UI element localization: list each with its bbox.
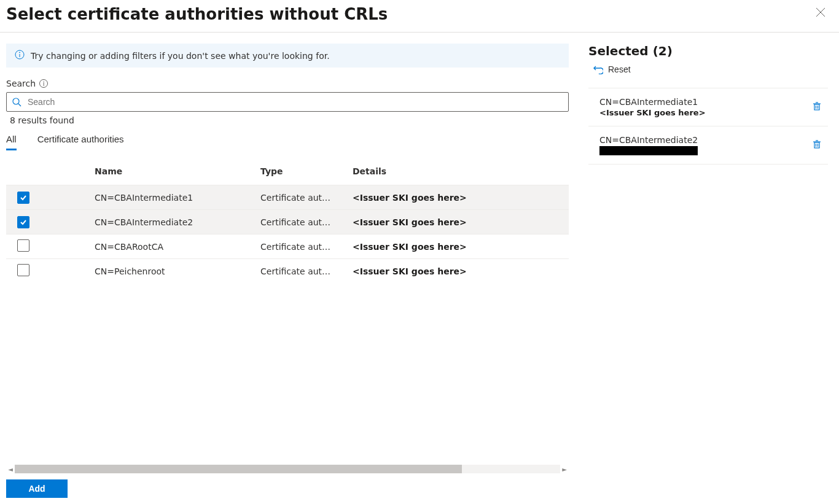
panel-footer: Add	[0, 473, 839, 504]
col-name[interactable]: Name	[92, 166, 258, 176]
undo-icon	[593, 64, 603, 74]
selected-item-name: CN=CBAIntermediate1	[599, 97, 706, 107]
search-input[interactable]	[26, 96, 563, 107]
info-tooltip-icon[interactable]: i	[39, 79, 48, 88]
selected-heading: Selected (2)	[588, 44, 828, 58]
trash-icon	[812, 101, 822, 111]
close-button[interactable]	[813, 5, 828, 21]
cell-details: <Issuer SKI goes here>	[350, 242, 569, 252]
selected-item: CN=CBAIntermediate1<Issuer SKI goes here…	[588, 88, 828, 126]
scroll-right-arrow-icon[interactable]: ►	[560, 466, 569, 473]
left-column: Try changing or adding filters if you do…	[0, 33, 575, 473]
cell-name: CN=CBARootCA	[92, 242, 258, 252]
row-checkbox[interactable]	[17, 216, 29, 228]
remove-selected-button[interactable]	[810, 137, 824, 153]
scrollbar-track[interactable]	[15, 465, 560, 473]
panel-header: Select certificate authorities without C…	[0, 0, 839, 33]
selected-list: CN=CBAIntermediate1<Issuer SKI goes here…	[588, 88, 828, 165]
col-details[interactable]: Details	[350, 166, 569, 176]
table-row[interactable]: CN=CBAIntermediate1Certificate aut…<Issu…	[6, 185, 569, 209]
svg-point-4	[20, 52, 20, 53]
reset-button[interactable]: Reset	[588, 62, 631, 77]
cell-name: CN=CBAIntermediate1	[92, 193, 258, 203]
search-label: Search	[6, 79, 36, 88]
remove-selected-button[interactable]	[810, 99, 824, 115]
info-banner-text: Try changing or adding filters if you do…	[31, 51, 330, 61]
table-row[interactable]: CN=CBAIntermediate2Certificate aut…<Issu…	[6, 209, 569, 234]
row-checkbox[interactable]	[17, 239, 29, 252]
svg-point-5	[13, 98, 19, 104]
checkmark-icon	[20, 194, 27, 201]
panel-title: Select certificate authorities without C…	[6, 5, 388, 23]
add-button[interactable]: Add	[6, 479, 68, 498]
search-box[interactable]	[6, 92, 569, 112]
checkmark-icon	[20, 219, 27, 226]
tab-strip: All Certificate authorities	[6, 131, 569, 149]
horizontal-scrollbar[interactable]: ◄ ►	[6, 465, 569, 473]
tab-all[interactable]: All	[6, 131, 17, 149]
search-icon	[12, 97, 21, 107]
scroll-left-arrow-icon[interactable]: ◄	[6, 466, 15, 473]
row-checkbox[interactable]	[17, 192, 29, 204]
selected-item-detail	[599, 146, 698, 155]
cell-details: <Issuer SKI goes here>	[350, 217, 569, 227]
col-type[interactable]: Type	[258, 166, 350, 176]
svg-rect-7	[814, 104, 819, 110]
results-count: 8 results found	[10, 115, 569, 125]
scrollbar-thumb[interactable]	[15, 465, 462, 473]
search-label-row: Search i	[6, 79, 569, 88]
trash-icon	[812, 139, 822, 149]
table-row[interactable]: CN=CBARootCACertificate aut…<Issuer SKI …	[6, 234, 569, 258]
table-header-row: Name Type Details	[6, 158, 569, 185]
info-banner: Try changing or adding filters if you do…	[6, 44, 569, 68]
results-table: Name Type Details CN=CBAIntermediate1Cer…	[6, 158, 569, 473]
table-row[interactable]: CN=PeichenrootCertificate aut…<Issuer SK…	[6, 258, 569, 283]
cell-name: CN=Peichenroot	[92, 266, 258, 276]
svg-line-6	[18, 104, 21, 106]
cell-details: <Issuer SKI goes here>	[350, 193, 569, 203]
info-icon	[15, 50, 25, 61]
selected-item-name: CN=CBAIntermediate2	[599, 135, 698, 145]
selected-item-detail: <Issuer SKI goes here>	[599, 108, 706, 117]
cell-name: CN=CBAIntermediate2	[92, 217, 258, 227]
reset-label: Reset	[608, 64, 631, 74]
close-icon	[816, 7, 825, 17]
right-column: Selected (2) Reset CN=CBAIntermediate1<I…	[575, 33, 839, 473]
row-checkbox[interactable]	[17, 264, 29, 276]
cell-details: <Issuer SKI goes here>	[350, 266, 569, 276]
selected-item: CN=CBAIntermediate2	[588, 126, 828, 165]
cell-type: Certificate aut…	[258, 266, 350, 276]
cell-type: Certificate aut…	[258, 217, 350, 227]
tab-certificate-authorities[interactable]: Certificate authorities	[37, 131, 124, 149]
cell-type: Certificate aut…	[258, 193, 350, 203]
svg-rect-12	[814, 142, 819, 148]
cell-type: Certificate aut…	[258, 242, 350, 252]
